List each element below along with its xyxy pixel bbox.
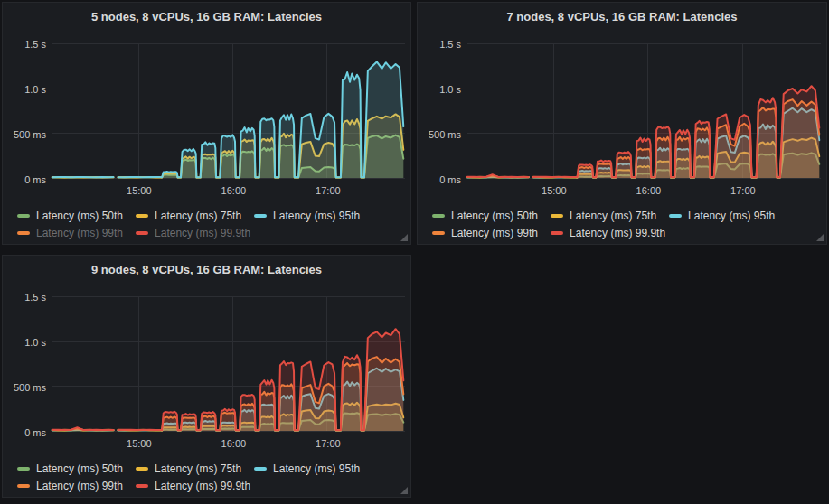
legend-label: Latency (ms) 50th	[451, 210, 538, 222]
legend-color-swatch	[551, 231, 563, 235]
legend-label: Latency (ms) 99th	[36, 480, 123, 492]
legend-color-swatch	[551, 214, 563, 218]
x-tick-label: 16:00	[211, 437, 256, 450]
legend-color-swatch	[254, 214, 267, 218]
legend-color-swatch	[17, 467, 30, 471]
legend-label: Latency (ms) 95th	[273, 210, 360, 222]
legend: Latency (ms) 50thLatency (ms) 75thLatenc…	[17, 207, 360, 241]
x-tick-label: 17:00	[306, 437, 351, 450]
x-tick-label: 17:00	[721, 184, 766, 197]
y-tick-label: 0 ms	[3, 174, 46, 185]
y-tick-label: 1.0 s	[418, 84, 461, 95]
legend-label: Latency (ms) 95th	[688, 210, 775, 222]
x-tick-label: 15:00	[117, 184, 162, 197]
legend-item-p999[interactable]: Latency (ms) 99.9th	[136, 480, 250, 492]
x-tick-label: 17:00	[306, 184, 351, 197]
legend-item-p999[interactable]: Latency (ms) 99.9th	[551, 227, 665, 239]
legend-label: Latency (ms) 95th	[273, 462, 360, 475]
y-tick-label: 500 ms	[3, 129, 46, 140]
legend-color-swatch	[136, 214, 148, 218]
legend-label: Latency (ms) 50th	[36, 210, 123, 222]
legend-color-swatch	[254, 467, 267, 471]
y-tick-label: 0 ms	[418, 174, 461, 185]
legend-item-p95[interactable]: Latency (ms) 95th	[669, 210, 775, 222]
x-tick-label: 16:00	[211, 184, 256, 197]
x-tick-label: 15:00	[117, 437, 162, 450]
legend-item-p75[interactable]: Latency (ms) 75th	[551, 210, 656, 222]
panel-resize-handle-icon[interactable]	[400, 234, 408, 241]
x-tick-label: 15:00	[532, 184, 577, 197]
legend-item-p99[interactable]: Latency (ms) 99th	[432, 227, 538, 239]
y-tick-label: 0 ms	[3, 427, 46, 438]
legend-item-p50[interactable]: Latency (ms) 50th	[432, 210, 538, 222]
x-tick-label: 16:00	[626, 184, 671, 197]
legend-label: Latency (ms) 99th	[451, 227, 538, 239]
legend-color-swatch	[432, 231, 445, 235]
legend-item-p99[interactable]: Latency (ms) 99th	[17, 227, 123, 239]
legend-label: Latency (ms) 75th	[570, 210, 656, 222]
legend-item-p999[interactable]: Latency (ms) 99.9th	[136, 227, 250, 239]
legend-label: Latency (ms) 99th	[36, 227, 123, 239]
y-tick-label: 1.5 s	[3, 292, 46, 303]
legend-color-swatch	[17, 231, 30, 235]
legend: Latency (ms) 50thLatency (ms) 75thLatenc…	[432, 207, 775, 241]
legend-item-p75[interactable]: Latency (ms) 75th	[136, 462, 241, 475]
panel-7-nodes-latencies: 7 nodes, 8 vCPUs, 16 GB RAM: Latencies 0…	[417, 2, 827, 245]
legend-item-p50[interactable]: Latency (ms) 50th	[17, 462, 123, 475]
legend-label: Latency (ms) 99.9th	[155, 227, 250, 239]
legend-item-p99[interactable]: Latency (ms) 99th	[17, 480, 123, 492]
panel-9-nodes-latencies: 9 nodes, 8 vCPUs, 16 GB RAM: Latencies 0…	[2, 255, 411, 498]
y-tick-label: 500 ms	[418, 129, 461, 140]
legend-label: Latency (ms) 75th	[155, 210, 241, 222]
legend-label: Latency (ms) 99.9th	[570, 227, 665, 239]
y-tick-label: 1.0 s	[3, 337, 46, 348]
legend-color-swatch	[669, 214, 682, 218]
legend-item-p75[interactable]: Latency (ms) 75th	[136, 210, 241, 222]
legend-item-p95[interactable]: Latency (ms) 95th	[254, 210, 360, 222]
legend-label: Latency (ms) 75th	[155, 462, 241, 475]
legend-item-p95[interactable]: Latency (ms) 95th	[254, 462, 360, 475]
y-tick-label: 500 ms	[3, 382, 46, 393]
panel-resize-handle-icon[interactable]	[816, 234, 824, 241]
y-tick-label: 1.5 s	[418, 39, 461, 50]
legend-label: Latency (ms) 99.9th	[155, 480, 250, 492]
legend-color-swatch	[17, 214, 30, 218]
panel-resize-handle-icon[interactable]	[400, 487, 408, 494]
legend-color-swatch	[136, 484, 148, 488]
panel-5-nodes-latencies: 5 nodes, 8 vCPUs, 16 GB RAM: Latencies 0…	[2, 2, 411, 245]
legend-color-swatch	[136, 467, 148, 471]
legend-label: Latency (ms) 50th	[36, 462, 123, 475]
legend: Latency (ms) 50thLatency (ms) 75thLatenc…	[17, 460, 360, 494]
legend-color-swatch	[432, 214, 445, 218]
y-tick-label: 1.5 s	[3, 39, 46, 50]
legend-color-swatch	[136, 231, 148, 235]
legend-item-p50[interactable]: Latency (ms) 50th	[17, 210, 123, 222]
y-tick-label: 1.0 s	[3, 84, 46, 95]
legend-color-swatch	[17, 484, 30, 488]
